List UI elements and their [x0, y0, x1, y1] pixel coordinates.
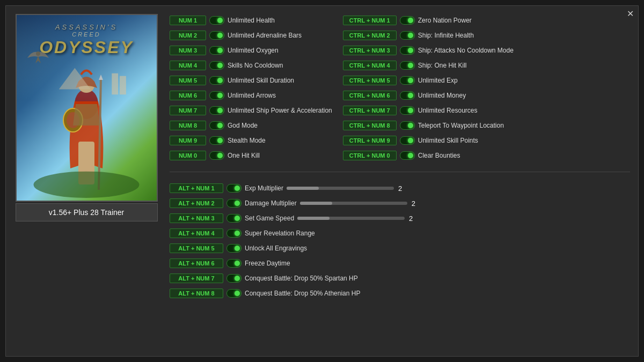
cheat-label: Unlimited Arrows	[228, 92, 276, 99]
toggle-button[interactable]	[209, 91, 224, 100]
num-cheat-row: NUM 9 Stealth Mode	[170, 134, 332, 147]
key-badge[interactable]: NUM 7	[170, 106, 206, 115]
key-badge-alt[interactable]: ALT + NUM 4	[170, 228, 223, 238]
toggle-dot	[217, 153, 223, 158]
num-cheat-row: NUM 7 Unlimited Ship Power & Acceleratio…	[170, 104, 332, 117]
toggle-button[interactable]	[226, 244, 241, 253]
alt-cheat-row: ALT + NUM 2 Damage Multiplier 2	[170, 197, 420, 210]
alt-cheat-row: ALT + NUM 5 Unlock All Engravings	[170, 242, 420, 255]
toggle-button[interactable]	[400, 76, 415, 85]
key-badge[interactable]: NUM 8	[170, 121, 206, 130]
alt-cheat-row: ALT + NUM 6 Freeze Daytime	[170, 257, 420, 270]
key-badge-alt[interactable]: ALT + NUM 6	[170, 258, 223, 268]
toggle-dot	[408, 138, 413, 143]
alt-section: ALT + NUM 1 Exp Multiplier 2 ALT + NUM 2…	[170, 182, 630, 300]
key-badge-ctrl[interactable]: CTRL + NUM 5	[343, 76, 397, 85]
num-cheat-row: NUM 4 Skills No Cooldown	[170, 59, 332, 72]
toggle-button[interactable]	[226, 259, 241, 268]
cheat-slider[interactable]	[300, 202, 407, 205]
key-badge-alt[interactable]: ALT + NUM 3	[170, 213, 223, 223]
toggle-dot	[217, 93, 223, 98]
key-badge-alt[interactable]: ALT + NUM 2	[170, 198, 223, 208]
key-badge-ctrl[interactable]: CTRL + NUM 6	[343, 91, 397, 100]
close-button[interactable]: ✕	[627, 9, 634, 19]
toggle-dot	[235, 291, 240, 296]
slider-fill	[300, 202, 332, 205]
toggle-dot	[408, 93, 413, 98]
key-badge-alt[interactable]: ALT + NUM 1	[170, 183, 223, 193]
toggle-button[interactable]	[400, 121, 415, 130]
key-badge-ctrl[interactable]: CTRL + NUM 8	[343, 121, 397, 130]
toggle-button[interactable]	[226, 199, 241, 208]
toggle-button[interactable]	[226, 184, 241, 193]
toggle-dot	[408, 63, 413, 68]
toggle-button[interactable]	[209, 151, 224, 160]
toggle-button[interactable]	[209, 16, 224, 25]
toggle-button[interactable]	[209, 136, 224, 145]
toggle-button[interactable]	[209, 61, 224, 70]
toggle-dot	[235, 216, 240, 221]
key-badge[interactable]: NUM 9	[170, 136, 206, 145]
game-cover: ASSASSIN'S CREED ODYSSEY	[16, 14, 158, 202]
key-badge-ctrl[interactable]: CTRL + NUM 3	[343, 46, 397, 55]
toggle-button[interactable]	[400, 46, 415, 55]
key-badge-ctrl[interactable]: CTRL + NUM 4	[343, 61, 397, 70]
toggle-button[interactable]	[400, 16, 415, 25]
key-badge[interactable]: NUM 5	[170, 76, 206, 85]
key-badge[interactable]: NUM 3	[170, 46, 206, 55]
cheat-label: Unlimited Ship Power & Acceleration	[228, 107, 332, 114]
num-cheat-row: NUM 3 Unlimited Oxygen	[170, 44, 332, 57]
cheat-slider[interactable]	[297, 217, 405, 220]
cheat-label: Unlimited Adrenaline Bars	[228, 32, 302, 39]
key-badge-ctrl[interactable]: CTRL + NUM 1	[343, 16, 397, 25]
toggle-button[interactable]	[400, 31, 415, 40]
alt-column: ALT + NUM 1 Exp Multiplier 2 ALT + NUM 2…	[170, 182, 420, 300]
toggle-button[interactable]	[209, 121, 224, 130]
key-badge-ctrl[interactable]: CTRL + NUM 7	[343, 106, 397, 115]
cheat-label: Unlimited Skill Points	[418, 137, 478, 144]
toggle-dot	[235, 201, 240, 206]
toggle-dot	[235, 231, 240, 236]
toggle-button[interactable]	[209, 76, 224, 85]
cheat-label: Damage Multiplier	[245, 200, 297, 207]
cheat-label: Unlimited Resources	[418, 107, 478, 114]
key-badge-ctrl[interactable]: CTRL + NUM 2	[343, 31, 397, 40]
toggle-button[interactable]	[209, 106, 224, 115]
toggle-dot	[217, 138, 223, 143]
key-badge-alt[interactable]: ALT + NUM 5	[170, 243, 223, 253]
toggle-button[interactable]	[400, 136, 415, 145]
cheat-label: One Hit Kill	[228, 152, 260, 159]
toggle-button[interactable]	[400, 151, 415, 160]
cheat-label: Unlimited Skill Duration	[228, 77, 294, 84]
toggle-button[interactable]	[209, 46, 224, 55]
slider-fill	[297, 217, 330, 220]
toggle-button[interactable]	[400, 106, 415, 115]
key-badge[interactable]: NUM 6	[170, 91, 206, 100]
toggle-dot	[408, 153, 413, 158]
cheat-label: God Mode	[228, 122, 258, 129]
toggle-button[interactable]	[400, 91, 415, 100]
num-column: NUM 1 Unlimited Health NUM 2 Unlimited A…	[170, 14, 332, 162]
key-badge-ctrl[interactable]: CTRL + NUM 0	[343, 151, 397, 160]
key-badge[interactable]: NUM 4	[170, 61, 206, 70]
ctrl-column: CTRL + NUM 1 Zero Nation Power CTRL + NU…	[343, 14, 514, 162]
cheat-label: Super Revelation Range	[245, 230, 315, 237]
key-badge-ctrl[interactable]: CTRL + NUM 9	[343, 136, 397, 145]
toggle-button[interactable]	[209, 31, 224, 40]
key-badge[interactable]: NUM 2	[170, 31, 206, 40]
svg-rect-11	[112, 73, 118, 95]
key-badge-alt[interactable]: ALT + NUM 8	[170, 289, 223, 298]
toggle-button[interactable]	[226, 214, 241, 223]
toggle-dot	[217, 78, 223, 83]
cheat-label: Stealth Mode	[228, 137, 266, 144]
key-badge[interactable]: NUM 0	[170, 151, 206, 160]
toggle-button[interactable]	[400, 61, 415, 70]
toggle-dot	[235, 186, 240, 191]
cheat-slider[interactable]	[287, 187, 394, 190]
key-badge[interactable]: NUM 1	[170, 16, 206, 25]
toggle-button[interactable]	[226, 229, 241, 238]
toggle-button[interactable]	[226, 274, 241, 283]
key-badge-alt[interactable]: ALT + NUM 7	[170, 274, 223, 283]
toggle-button[interactable]	[226, 289, 241, 298]
cheat-label: Conquest Battle: Drop 50% Spartan HP	[245, 275, 358, 282]
